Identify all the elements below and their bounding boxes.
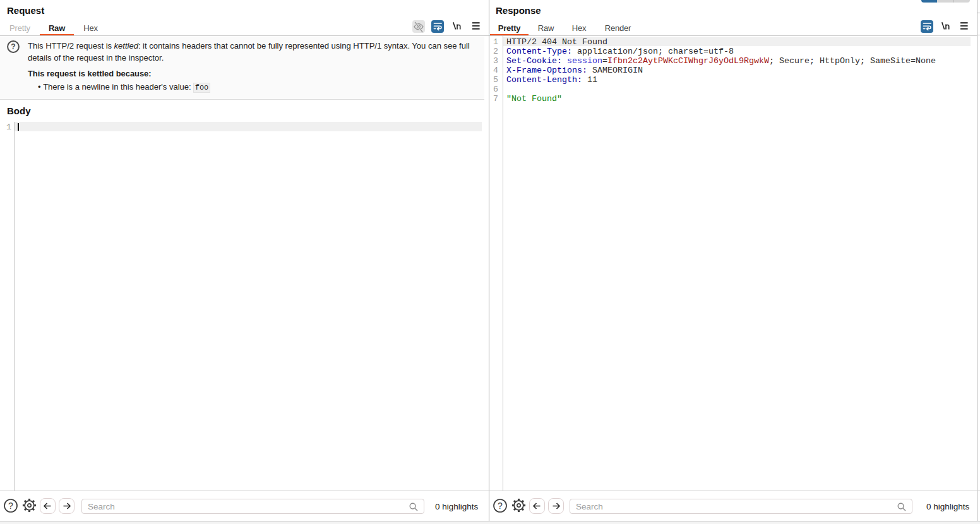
svg-text:?: ? [11, 42, 15, 51]
svg-text:?: ? [498, 501, 503, 511]
svg-text:?: ? [8, 501, 13, 511]
